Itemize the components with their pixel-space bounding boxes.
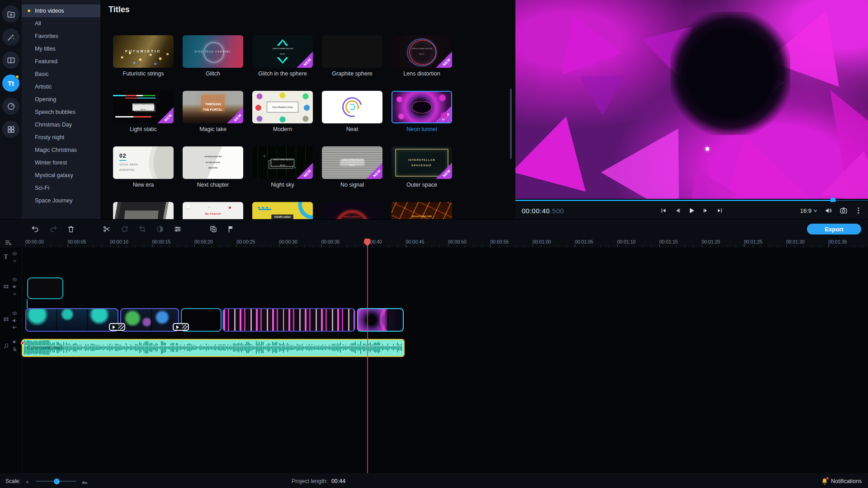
template-thumbnail — [322, 91, 382, 123]
template-card-outer-space[interactable]: INTERSTELLARSPACESHIPNEWOuter space — [387, 146, 457, 188]
template-card-next-chapter[interactable]: CROWDSOURCINGIN THE DESIGNINDUSTRYNext c… — [178, 146, 248, 188]
filters-icon — [7, 33, 15, 42]
sidebar-item-speech-bubbles[interactable]: Speech bubbles — [22, 106, 100, 118]
transition-badge-2[interactable] — [173, 323, 189, 331]
zoom-in-button[interactable] — [81, 478, 89, 485]
sidebar-item-magic-christmas[interactable]: Magic Christmas — [22, 144, 100, 156]
skip-end-button[interactable] — [715, 206, 725, 216]
template-card-neat[interactable]: Neat — [317, 91, 387, 132]
ruler-label: 00:01:25 — [744, 239, 763, 244]
transition-hatch — [118, 324, 124, 329]
audio-keyframe-dot[interactable] — [21, 341, 24, 345]
sidebar-item-opening[interactable]: Opening — [22, 93, 100, 106]
template-card-glitch-in-the-sphere[interactable]: CHRISTOPHER WILSONBLOGNEWGlitch in the s… — [248, 35, 317, 77]
sidebar-item-basic[interactable]: Basic — [22, 68, 100, 80]
template-card-neon-tunnel[interactable]: NEWNeon tunnel — [387, 91, 457, 132]
volume-button[interactable] — [825, 206, 833, 215]
sidebar-item-mystical-galaxy[interactable]: Mystical galaxy — [22, 169, 100, 182]
template-card-partial-your-logo[interactable]: YOUR LOGO — [248, 202, 317, 219]
template-card-glitch[interactable]: HIGH TECH CHANNELGlitch — [178, 35, 248, 77]
video-clip-1[interactable] — [25, 308, 118, 332]
template-card-partial-fire[interactable]: DEVASTATING FIRE — [387, 202, 457, 219]
rotate-button[interactable] — [118, 223, 131, 235]
video-clip-5[interactable] — [357, 308, 404, 332]
thumb-text: Your Modern Intro — [252, 91, 313, 123]
template-card-partial-shining[interactable]: SHINING DARKNESS — [317, 202, 387, 219]
timeline-ruler[interactable]: 00:00:0000:00:0500:00:1000:00:1500:00:20… — [0, 238, 868, 248]
template-thumbnail: FUTURISTIC — [113, 35, 174, 68]
track-audio-speaker-toggle[interactable] — [12, 338, 18, 347]
template-card-light-static[interactable]: CHRISTOPHER WILSONBLOGNEWLight static — [108, 91, 178, 132]
scale-slider[interactable] — [36, 478, 76, 484]
sidebar-item-featured[interactable]: Featured — [22, 55, 100, 68]
template-card-lens-distortion[interactable]: CHRISTOPHER WILSONBLOGNEWLens distortion — [387, 35, 457, 77]
undo-button[interactable] — [29, 223, 42, 235]
sidebar-item-artistic[interactable]: Artistic — [22, 80, 100, 93]
frame-next-button[interactable] — [701, 206, 711, 216]
zoom-out-button[interactable] — [25, 478, 31, 484]
notifications-button[interactable]: Notifications — [821, 474, 862, 488]
template-card-futuristic-strings[interactable]: FUTURISTICFuturistic strings — [108, 35, 178, 77]
sidebar-item-intro-videos[interactable]: Intro videos — [22, 5, 100, 17]
track-overlay-link-toggle[interactable] — [12, 291, 18, 299]
template-card-no-signal[interactable]: CHRISTOPHER WILSONBLOGNEWNo signal — [317, 146, 387, 188]
more-button[interactable] — [854, 206, 863, 215]
template-card-graphite-sphere[interactable]: Graphite sphere — [317, 35, 387, 77]
snapshot-button[interactable] — [840, 206, 848, 215]
rail-item-transitions[interactable] — [2, 52, 19, 69]
overlay-clip[interactable] — [27, 277, 63, 299]
flag-button[interactable] — [225, 223, 237, 235]
track-audio-mic-off-toggle[interactable] — [12, 346, 18, 354]
track-video-arrow-left-toggle[interactable] — [12, 324, 18, 332]
template-card-new-era[interactable]: 02SOCIAL MEDIAMARKETINGNew era — [108, 146, 178, 188]
aspect-ratio-select[interactable]: 16:9 — [800, 207, 818, 214]
crop-button[interactable] — [136, 223, 149, 235]
sidebar-item-winter-forest[interactable]: Winter forest — [22, 156, 100, 169]
timeline-tracks: Cyberpunk.mp3 T — [0, 248, 868, 474]
trash-button[interactable] — [65, 223, 77, 235]
seek-track[interactable] — [515, 200, 868, 201]
sidebar-item-my-titles[interactable]: My titles — [22, 42, 100, 55]
sidebar-item-space-journey[interactable]: Space Journey — [22, 194, 100, 207]
scale-slider-handle[interactable] — [54, 479, 60, 484]
export-button[interactable]: Export — [807, 224, 861, 235]
template-card-night-sky[interactable]: CHRISTOPHER WILSONBLOGNEWNight sky — [248, 146, 317, 188]
template-card-partial-my-channel[interactable]: My Channel — [178, 202, 248, 219]
template-card-magic-lake[interactable]: THROUGHTHE PORTALNEWMagic lake — [178, 91, 248, 132]
rail-item-titles[interactable]: Tt — [2, 75, 19, 92]
sidebar-item-favorites[interactable]: Favorites — [22, 30, 100, 42]
track-type-video-icon — [3, 316, 9, 325]
transition-arrow — [113, 325, 115, 329]
template-label: Outer space — [387, 182, 457, 188]
project-length-value: 00:44 — [331, 478, 345, 484]
audio-clip[interactable]: Cyberpunk.mp3 — [22, 339, 405, 357]
scrollbar-thumb[interactable] — [510, 89, 512, 159]
sliders-button[interactable] — [171, 223, 184, 235]
add-track-button[interactable] — [5, 239, 15, 247]
rail-item-import[interactable] — [2, 5, 19, 23]
duplicate-button[interactable] — [207, 223, 220, 235]
track-titles-link-toggle[interactable] — [12, 258, 18, 266]
sidebar-item-frosty-night[interactable]: Frosty night — [22, 131, 100, 144]
video-clip-4[interactable] — [222, 308, 355, 332]
template-card-partial-device[interactable] — [108, 202, 178, 219]
template-card-modern[interactable]: Your Modern IntroModern — [248, 91, 317, 132]
seek-bar[interactable] — [515, 199, 868, 202]
template-label: Night sky — [248, 182, 317, 188]
video-clip-2[interactable] — [120, 308, 179, 332]
sidebar-item-all[interactable]: All — [22, 17, 100, 30]
redo-button[interactable] — [47, 223, 60, 235]
contrast-button[interactable] — [154, 223, 166, 235]
rail-item-stickers[interactable] — [2, 98, 19, 115]
rail-item-more-tools[interactable] — [2, 121, 19, 138]
frame-prev-button[interactable] — [673, 206, 683, 216]
play-button[interactable] — [687, 206, 697, 216]
skip-start-button[interactable] — [659, 206, 669, 216]
ruler-label: 00:00:10 — [110, 239, 128, 244]
sidebar-item-christmas-day[interactable]: Christmas Day — [22, 118, 100, 131]
transition-badge-1[interactable] — [109, 323, 125, 331]
sidebar-item-sci-fi[interactable]: Sci-Fi — [22, 182, 100, 194]
scissors-button[interactable] — [100, 223, 113, 235]
rail-item-filters[interactable] — [2, 28, 19, 46]
selected-dot — [28, 9, 30, 12]
